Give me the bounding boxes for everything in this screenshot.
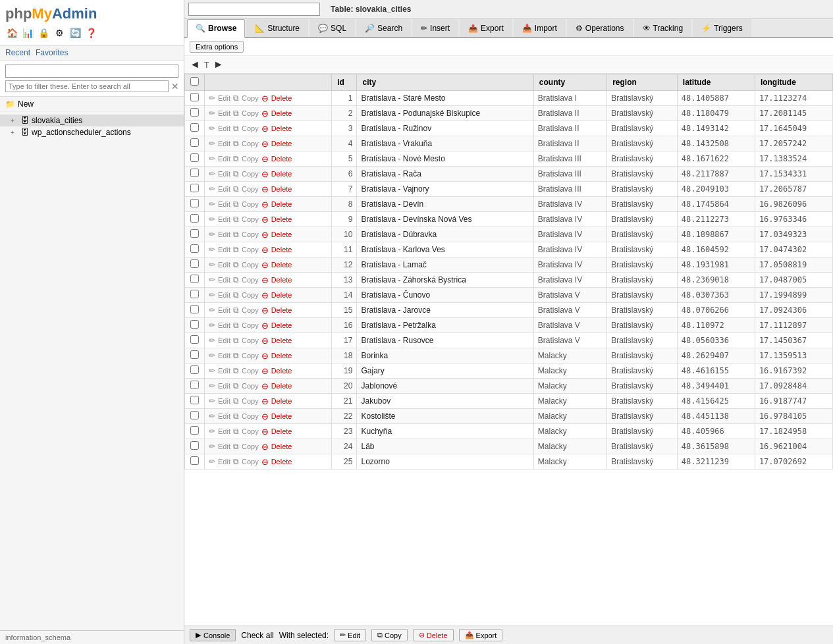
console-btn[interactable]: ▶ Console (190, 629, 236, 641)
tab-import[interactable]: 📥Import (514, 19, 566, 37)
delete-btn[interactable]: Delete (271, 261, 292, 269)
edit-btn[interactable]: Edit (218, 382, 230, 390)
row-checkbox[interactable] (190, 381, 199, 389)
delete-btn[interactable]: Delete (271, 443, 292, 450)
favorites-link[interactable]: Favorites (36, 48, 68, 57)
tab-search[interactable]: 🔎Search (356, 19, 411, 37)
edit-btn[interactable]: Edit (218, 412, 230, 420)
edit-btn[interactable]: Edit (218, 124, 230, 132)
delete-btn[interactable]: Delete (271, 109, 292, 117)
copy-btn[interactable]: Copy (242, 170, 259, 178)
copy-btn[interactable]: Copy (242, 246, 259, 254)
edit-btn[interactable]: Edit (218, 246, 230, 254)
row-checkbox[interactable] (190, 259, 199, 268)
row-checkbox[interactable] (190, 214, 199, 223)
edit-btn[interactable]: Edit (218, 261, 230, 269)
edit-btn[interactable]: Edit (218, 336, 230, 344)
row-checkbox[interactable] (190, 305, 199, 313)
edit-btn[interactable]: Edit (218, 367, 230, 375)
tab-sql[interactable]: 💬SQL (309, 19, 355, 37)
copy-btn[interactable]: Copy (242, 458, 259, 466)
delete-btn[interactable]: Delete (271, 124, 292, 132)
info-schema-link[interactable]: information_schema (5, 633, 70, 641)
help-icon[interactable]: ❓ (84, 26, 97, 40)
copy-btn[interactable]: Copy (242, 412, 259, 420)
delete-btn[interactable]: Delete (271, 427, 292, 435)
copy-btn[interactable]: Copy (242, 367, 259, 375)
row-checkbox[interactable] (190, 320, 199, 329)
row-checkbox[interactable] (190, 123, 199, 132)
row-checkbox[interactable] (190, 93, 199, 101)
delete-btn[interactable]: Delete (271, 458, 292, 466)
tree-item-wp-actions[interactable]: + 🗄 wp_actionscheduler_actions (0, 126, 184, 138)
edit-btn[interactable]: Edit (218, 170, 230, 178)
copy-btn[interactable]: Copy (242, 291, 259, 299)
delete-btn[interactable]: Delete (271, 155, 292, 163)
edit-btn[interactable]: Edit (218, 306, 230, 314)
delete-btn[interactable]: Delete (271, 382, 292, 390)
edit-btn[interactable]: Edit (218, 427, 230, 435)
edit-btn[interactable]: Edit (218, 109, 230, 117)
refresh-icon[interactable]: 🔄 (68, 26, 82, 40)
tree-item-slovakia-cities[interactable]: + 🗄 slovakia_cities (0, 115, 184, 126)
tab-triggers[interactable]: ⚡Triggers (693, 19, 751, 37)
delete-btn[interactable]: Delete (271, 306, 292, 314)
tab-insert[interactable]: ✏Insert (412, 19, 458, 37)
copy-btn[interactable]: Copy (242, 352, 259, 360)
copy-btn[interactable]: Copy (242, 109, 259, 117)
delete-btn[interactable]: Delete (271, 185, 292, 193)
delete-btn[interactable]: Delete (271, 170, 292, 178)
row-checkbox[interactable] (190, 244, 199, 253)
bulk-edit-btn[interactable]: ✏ Edit (334, 629, 366, 641)
prev-arrow[interactable]: ◄ (190, 59, 200, 70)
row-checkbox[interactable] (190, 365, 199, 374)
copy-btn[interactable]: Copy (242, 140, 259, 148)
row-checkbox[interactable] (190, 456, 199, 465)
copy-btn[interactable]: Copy (242, 382, 259, 390)
delete-btn[interactable]: Delete (271, 352, 292, 360)
delete-btn[interactable]: Delete (271, 397, 292, 405)
row-checkbox[interactable] (190, 426, 199, 435)
copy-btn[interactable]: Copy (242, 94, 259, 102)
edit-btn[interactable]: Edit (218, 185, 230, 193)
edit-btn[interactable]: Edit (218, 155, 230, 163)
row-checkbox[interactable] (190, 184, 199, 192)
delete-btn[interactable]: Delete (271, 336, 292, 344)
settings-icon[interactable]: ⚙ (53, 26, 66, 40)
new-db-btn[interactable]: 📁 New (0, 97, 184, 112)
edit-btn[interactable]: Edit (218, 230, 230, 238)
home-icon[interactable]: 🏠 (5, 26, 18, 40)
copy-btn[interactable]: Copy (242, 215, 259, 223)
th-county[interactable]: county (533, 74, 606, 91)
delete-btn[interactable]: Delete (271, 412, 292, 420)
copy-btn[interactable]: Copy (242, 230, 259, 238)
row-checkbox[interactable] (190, 290, 199, 298)
row-checkbox[interactable] (190, 138, 199, 147)
delete-btn[interactable]: Delete (271, 276, 292, 284)
row-checkbox[interactable] (190, 108, 199, 117)
delete-btn[interactable]: Delete (271, 140, 292, 148)
extra-options-btn[interactable]: Extra options (190, 41, 244, 53)
copy-btn[interactable]: Copy (242, 443, 259, 450)
row-checkbox[interactable] (190, 153, 199, 162)
th-region[interactable]: region (607, 74, 678, 91)
row-checkbox[interactable] (190, 199, 199, 207)
next-arrow[interactable]: ► (213, 59, 224, 70)
copy-btn[interactable]: Copy (242, 306, 259, 314)
edit-btn[interactable]: Edit (218, 443, 230, 450)
copy-btn[interactable]: Copy (242, 336, 259, 344)
delete-btn[interactable]: Delete (271, 367, 292, 375)
recent-link[interactable]: Recent (5, 48, 30, 57)
edit-btn[interactable]: Edit (218, 352, 230, 360)
edit-btn[interactable]: Edit (218, 215, 230, 223)
tab-tracking[interactable]: 👁Tracking (634, 19, 692, 37)
filter-input[interactable] (5, 80, 169, 92)
filter-clear-btn[interactable]: ✕ (171, 82, 178, 92)
delete-btn[interactable]: Delete (271, 230, 292, 238)
tab-export[interactable]: 📤Export (460, 19, 512, 37)
table-area[interactable]: ◄ T ► id city county region latitude lon… (184, 56, 833, 626)
copy-btn[interactable]: Copy (242, 200, 259, 208)
edit-btn[interactable]: Edit (218, 291, 230, 299)
delete-btn[interactable]: Delete (271, 94, 292, 102)
row-checkbox[interactable] (190, 441, 199, 450)
